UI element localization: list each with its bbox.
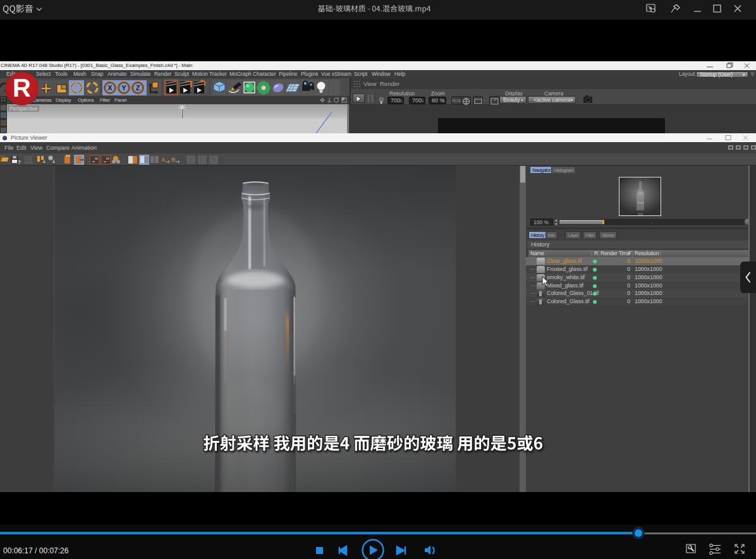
- svg-text:Z: Z: [136, 84, 140, 92]
- svg-text:?: ?: [18, 159, 21, 165]
- svg-text:B: B: [171, 157, 176, 163]
- svg-text:A: A: [161, 157, 166, 163]
- svg-text:X: X: [107, 84, 113, 92]
- svg-text:Y: Y: [121, 84, 126, 92]
